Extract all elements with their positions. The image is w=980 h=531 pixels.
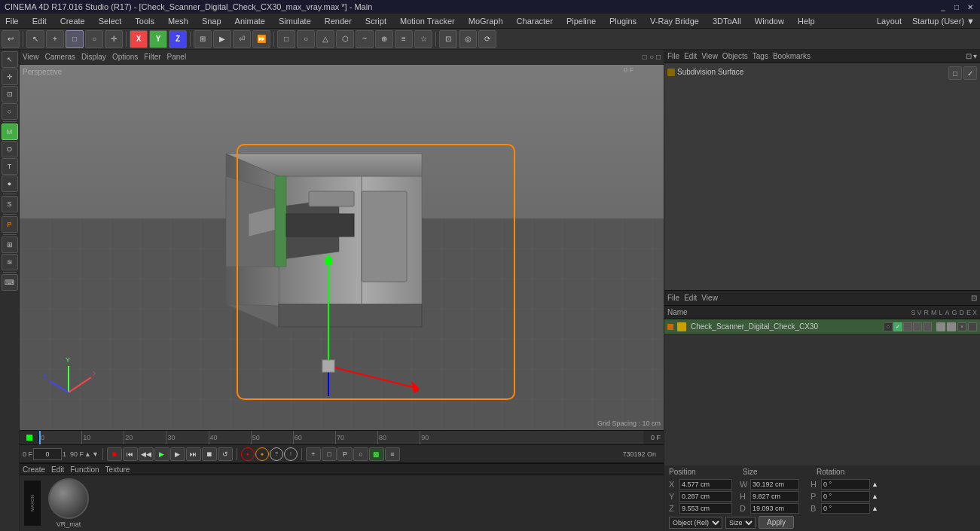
lt-selection[interactable]: ↖ — [2, 51, 18, 68]
cone-btn[interactable]: △ — [316, 30, 334, 48]
vp-menu-filter[interactable]: Filter — [144, 53, 160, 61]
lt-py[interactable]: P — [2, 216, 18, 233]
skip-btn[interactable]: ⏩ — [252, 30, 270, 48]
lt-rotate[interactable]: ○ — [2, 103, 18, 120]
maximize-button[interactable]: □ — [951, 2, 962, 12]
y-axis-btn[interactable]: Y — [149, 30, 167, 48]
stop-btn[interactable]: ⏎ — [233, 30, 251, 48]
disc-btn[interactable]: ⬡ — [336, 30, 354, 48]
key-btn6[interactable]: ≡ — [385, 447, 400, 461]
vp-icon2[interactable]: ○ — [649, 53, 654, 61]
record-btn[interactable]: ⏺ — [107, 447, 122, 461]
object-mode-select[interactable]: Object (Rel) — [669, 517, 722, 529]
window-controls[interactable]: _ □ ✕ — [938, 2, 975, 12]
tag-icon3[interactable] — [903, 322, 912, 331]
key-btn3[interactable]: P — [337, 447, 353, 461]
material-item-vrmat[interactable]: VR_mat — [48, 478, 89, 528]
menu-simulate[interactable]: Simulate — [276, 16, 313, 26]
pos-x-input[interactable] — [679, 479, 732, 490]
rot-b-input[interactable] — [821, 503, 870, 514]
size-h-input[interactable] — [750, 491, 799, 502]
play-btn[interactable]: ▶ — [154, 447, 169, 461]
table-row[interactable]: Check_Scanner_Digital_Check_CX30 ○ ✓ — [664, 319, 980, 334]
rot-h-arrow-up[interactable]: ▲ — [872, 481, 878, 488]
menu-render[interactable]: Render — [322, 16, 354, 26]
rot-h-input[interactable] — [821, 479, 870, 490]
menu-script[interactable]: Script — [363, 16, 389, 26]
menu-snap[interactable]: Snap — [200, 16, 224, 26]
dot-gray[interactable]: ? — [270, 447, 283, 461]
lt-snap2[interactable]: ≋ — [2, 254, 18, 270]
key-btn2[interactable]: □ — [322, 447, 337, 461]
tag-icon2[interactable]: ✓ — [893, 322, 902, 331]
rotate-tool[interactable]: ○ — [85, 30, 103, 48]
mat-menu-edit[interactable]: Edit — [51, 465, 64, 474]
rot-p-input[interactable] — [821, 491, 870, 502]
pos-z-input[interactable] — [679, 503, 732, 514]
next-key-btn[interactable]: ⏭ — [186, 447, 201, 461]
z-axis-btn[interactable]: Z — [169, 30, 187, 48]
mat-menu-function[interactable]: Function — [70, 465, 99, 474]
prev-key-btn[interactable]: ⏮ — [123, 447, 138, 461]
frame-all[interactable]: ⊞ — [194, 30, 212, 48]
obj-icon1[interactable]: ⊡ — [971, 294, 977, 302]
vp-menu-display[interactable]: Display — [81, 53, 106, 61]
lt-texture[interactable]: T — [2, 158, 18, 175]
lt-live[interactable]: S — [2, 196, 18, 212]
extra-btn3[interactable]: ⟳ — [478, 30, 496, 48]
menu-tools[interactable]: Tools — [133, 16, 157, 26]
vp-menu-cameras[interactable]: Cameras — [45, 53, 76, 61]
obj-menu-file[interactable]: File — [667, 294, 679, 302]
frame-input[interactable] — [33, 448, 62, 460]
vp-menu-options[interactable]: Options — [112, 53, 138, 61]
light-btn[interactable]: ☆ — [414, 30, 432, 48]
minimize-button[interactable]: _ — [938, 2, 948, 12]
menu-animate[interactable]: Animate — [233, 16, 267, 26]
vp-icon1[interactable]: □ — [643, 53, 647, 61]
undo-button[interactable]: ↩ — [2, 30, 20, 48]
rot-p-arrow-up[interactable]: ▲ — [872, 493, 878, 500]
mat-menu-create[interactable]: Create — [23, 465, 45, 474]
menu-select[interactable]: Select — [96, 16, 124, 26]
x-axis-btn[interactable]: X — [130, 30, 148, 48]
layout-select[interactable]: Startup (User) ▼ — [910, 16, 977, 26]
menu-mograph[interactable]: MoGraph — [466, 16, 505, 26]
menu-vray[interactable]: V-Ray Bridge — [648, 16, 701, 26]
vp-menu-view[interactable]: View — [23, 53, 39, 61]
col-val-s[interactable] — [936, 322, 945, 331]
size-mode-select[interactable]: Size — [725, 517, 756, 529]
lt-snap1[interactable]: ⊞ — [2, 237, 18, 253]
cube-btn[interactable]: □ — [277, 30, 295, 48]
sphere-btn[interactable]: ○ — [297, 30, 315, 48]
lt-object[interactable]: O — [2, 141, 18, 157]
bm-objects[interactable]: Objects — [722, 52, 748, 60]
bm-view[interactable]: View — [701, 52, 718, 60]
rt-icon1[interactable]: □ — [948, 66, 962, 80]
col-val-v[interactable] — [947, 322, 956, 331]
size-w-input[interactable] — [750, 479, 799, 490]
material-ball-vrmat[interactable] — [48, 478, 89, 519]
extra-btn2[interactable]: ◎ — [459, 30, 477, 48]
stop-btn[interactable]: ⏹ — [202, 447, 217, 461]
rot-b-arrow-up[interactable]: ▲ — [872, 505, 878, 512]
tag-icon1[interactable]: ○ — [884, 322, 893, 331]
col-val-r[interactable]: × — [957, 322, 966, 331]
panel-icon2[interactable]: ▾ — [973, 52, 977, 60]
obj-menu-edit[interactable]: Edit — [684, 294, 697, 302]
menu-file[interactable]: File — [3, 16, 21, 26]
tag-icon5[interactable] — [923, 322, 932, 331]
viewport-canvas[interactable]: Perspective — [20, 65, 664, 430]
lt-script[interactable]: ⌨ — [2, 274, 18, 291]
dot-info[interactable]: ! — [284, 447, 298, 461]
menu-pipeline[interactable]: Pipeline — [564, 16, 598, 26]
play-btn[interactable]: ▶ — [213, 30, 231, 48]
menu-plugins[interactable]: Plugins — [607, 16, 639, 26]
scale-tool[interactable]: □ — [66, 30, 84, 48]
transform-tool[interactable]: ✛ — [105, 30, 123, 48]
bm-bookmarks[interactable]: Bookmarks — [773, 52, 811, 60]
key-btn5[interactable]: ▩ — [369, 447, 384, 461]
vp-icon3[interactable]: □ — [656, 53, 661, 61]
next-frame-btn[interactable]: ▶ — [170, 447, 185, 461]
panel-icon1[interactable]: ⊡ — [966, 52, 972, 60]
close-button[interactable]: ✕ — [965, 2, 975, 12]
